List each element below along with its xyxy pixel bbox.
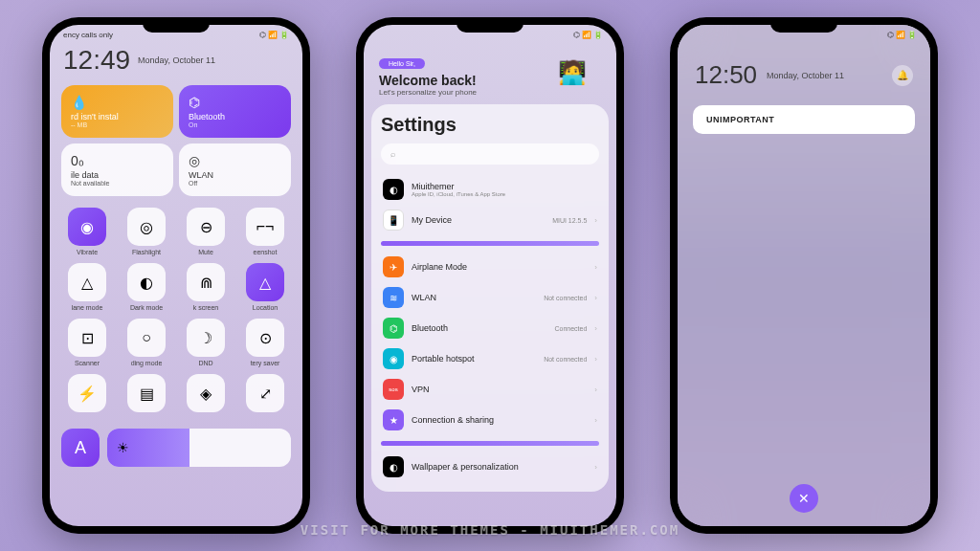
sd-card-tile[interactable]: 💧 rd isn't instal -- MB [61,85,173,138]
toggle-button[interactable]: ⌐¬ [246,208,284,246]
notch [457,19,523,33]
close-button[interactable]: ✕ [790,484,818,513]
toggle-label: tery saver [251,360,280,366]
status-left: ency calls only [63,31,113,39]
setting-row-vpn[interactable]: sosVPN› [381,374,599,405]
setting-row-connection-&-sharing[interactable]: ★Connection & sharing› [381,405,599,435]
toggle-button[interactable]: △ [68,263,106,301]
toggle-label: Vibrate [77,249,98,255]
settings-screen: ⌬ 📶 🔋 Hello Sir, Welcome back! Let's per… [364,25,616,526]
clock: 12:49 [63,45,130,76]
setting-name: WLAN [412,293,536,302]
setting-icon: ★ [383,409,404,430]
lock-screen: ⌬ 📶 🔋 12:50 Monday, October 11 🔔 UNIMPOR… [678,25,930,526]
hello-pill: Hello Sir, [379,58,425,69]
setting-name: My Device [412,215,545,225]
toggle-label: Mute [198,249,213,255]
status-icons: ⌬ 📶 🔋 [573,31,603,39]
settings-header: Hello Sir, Welcome back! Let's personali… [364,41,616,104]
toggle-button[interactable]: ◈ [187,374,225,412]
setting-icon: ◐ [383,456,404,477]
wlan-tile[interactable]: ◎ WLAN Off [179,143,291,196]
setting-row-wlan[interactable]: ≋WLANNot connected› [381,282,599,313]
toggle-Dark mode: ◐Dark mode [121,263,172,311]
toggle-grid: ◉Vibrate◎Flashlight⊖Mute⌐¬eenshot△lane m… [50,202,302,421]
setting-name: Bluetooth [412,323,546,333]
data-icon: 0₀ [71,153,164,168]
setting-row-my-device[interactable]: 📱My DeviceMIUI 12.5.5› [381,205,599,235]
status-icons: ⌬ 📶 🔋 [259,31,289,39]
setting-row-bluetooth[interactable]: ⌬BluetoothConnected› [381,313,599,343]
setting-icon: ⌬ [383,318,404,339]
auto-brightness-button[interactable]: A [61,429,100,467]
toggle-button[interactable]: ◎ [127,208,166,246]
toggle-Mute: ⊖Mute [180,208,232,255]
control-center-screen: ency calls only ⌬ 📶 🔋 12:49 Monday, Octo… [50,25,302,526]
setting-name: Wallpaper & personalization [412,462,579,472]
toggle-k screen: ⋒k screen [180,263,232,311]
toggle-12: ⚡ [61,374,113,415]
date: Monday, October 11 [767,71,844,80]
setting-status: Not connected [544,295,587,301]
chevron-right-icon: › [594,294,597,302]
setting-row-wallpaper-&-personalization[interactable]: ◐Wallpaper & personalization› [381,452,599,482]
notification-bell-icon[interactable]: 🔔 [892,65,913,86]
toggle-label: ding mode [131,360,163,366]
toggle-label: k screen [193,304,218,311]
search-input[interactable]: ⌕ [381,143,599,165]
mobile-data-tile[interactable]: 0₀ ile data Not available [61,143,173,196]
toggle-button[interactable]: ▤ [127,374,166,412]
setting-status: Not connected [544,356,587,363]
bluetooth-tile[interactable]: ⌬ Bluetooth On [179,85,291,138]
toggle-button[interactable]: ⤢ [246,374,284,412]
setting-icon: sos [383,379,404,400]
bluetooth-icon: ⌬ [189,95,281,110]
toggle-button[interactable]: ⊙ [246,319,284,357]
setting-icon: ◉ [383,348,404,369]
phone-settings: ⌬ 📶 🔋 Hello Sir, Welcome back! Let's per… [356,17,624,534]
setting-icon: ≋ [383,287,404,308]
toggle-button[interactable]: ⚡ [68,374,106,412]
toggle-Flashlight: ◎Flashlight [121,208,172,255]
clock: 12:50 [695,60,757,90]
toggle-button[interactable]: ⊡ [68,319,106,357]
toggle-Vibrate: ◉Vibrate [61,208,113,255]
toggle-DND: ☽DND [180,319,232,366]
settings-list: 📱My DeviceMIUI 12.5.5›✈Airplane Mode›≋WL… [381,205,599,482]
account-row[interactable]: ◐ Miuithemer Apple ID, iCloud, iTunes & … [381,174,599,205]
status-icons: ⌬ 📶 🔋 [887,31,917,39]
setting-status: Connected [554,325,587,332]
notification-card[interactable]: UNIMPORTANT [693,105,915,134]
toggle-button[interactable]: △ [246,263,284,301]
setting-name: Portable hotspot [412,354,536,364]
chevron-right-icon: › [594,463,597,472]
setting-row-portable-hotspot[interactable]: ◉Portable hotspotNot connected› [381,343,599,374]
phone-lockscreen: ⌬ 📶 🔋 12:50 Monday, October 11 🔔 UNIMPOR… [670,17,938,534]
date: Monday, October 11 [138,55,215,65]
brightness-slider[interactable]: ☀ [107,429,291,467]
toggle-label: lane mode [72,304,103,311]
setting-name: Connection & sharing [412,415,579,425]
toggle-button[interactable]: ⊖ [187,208,225,246]
setting-status: MIUI 12.5.5 [552,217,587,224]
toggle-label: Flashlight [132,249,161,255]
toggle-button[interactable]: ◉ [68,208,106,246]
chevron-right-icon: › [594,355,597,364]
setting-icon: 📱 [383,209,404,231]
toggle-Location: △Location [239,263,291,311]
toggle-button[interactable]: ⋒ [187,263,225,301]
watermark: VISIT FOR MORE THEMES - MIUITHEMER.COM [301,522,679,538]
settings-title: Settings [381,114,599,136]
chevron-right-icon: › [594,263,597,272]
toggle-label: Dark mode [130,304,163,311]
toggle-lane mode: △lane mode [61,263,113,311]
toggle-button[interactable]: ◐ [127,263,166,301]
setting-row-airplane-mode[interactable]: ✈Airplane Mode› [381,252,599,282]
setting-name: Airplane Mode [412,262,579,272]
account-icon: ◐ [383,179,404,200]
toggle-button[interactable]: ☽ [187,319,225,357]
notch [770,19,837,33]
toggle-button[interactable]: ○ [127,319,166,357]
clock-row: 12:49 Monday, October 11 [50,41,302,79]
toggle-eenshot: ⌐¬eenshot [239,208,291,255]
